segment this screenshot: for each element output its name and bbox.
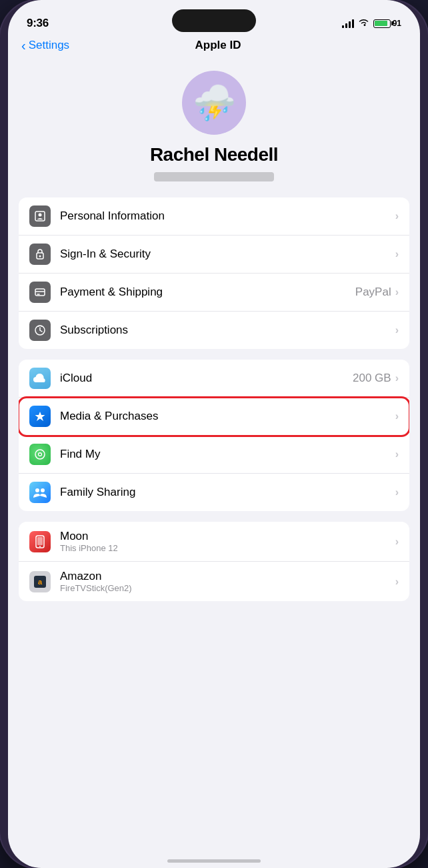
battery-percentage: 91: [393, 19, 401, 28]
media-purchases-label: Media & Purchases: [60, 410, 395, 423]
back-label: Settings: [29, 39, 69, 52]
signal-bar-1: [342, 25, 344, 28]
subscriptions-content: Subscriptions: [60, 324, 395, 337]
amazon-device-chevron: ›: [395, 576, 399, 588]
payment-shipping-row[interactable]: Payment & Shipping PayPal ›: [19, 274, 409, 312]
signal-bar-2: [345, 23, 347, 28]
amazon-device-row[interactable]: a Amazon FireTVStick(Gen2) ›: [19, 562, 409, 601]
signin-security-row[interactable]: Sign-In & Security ›: [19, 236, 409, 274]
profile-email-bar: [154, 172, 274, 181]
moon-device-content: Moon This iPhone 12: [60, 530, 395, 553]
findmy-row[interactable]: Find My ›: [19, 436, 409, 474]
payment-shipping-chevron: ›: [395, 286, 399, 298]
moon-device-subtitle: This iPhone 12: [60, 543, 395, 553]
personal-information-row[interactable]: Personal Information ›: [19, 197, 409, 236]
signal-bar-4: [352, 19, 354, 28]
amazon-device-label: Amazon: [60, 570, 395, 583]
account-settings-group: Personal Information › Sign-In & Se: [19, 197, 409, 349]
back-chevron-icon: ‹: [21, 39, 26, 52]
signin-security-content: Sign-In & Security: [60, 248, 395, 261]
payment-shipping-icon: [29, 282, 51, 303]
personal-information-content: Personal Information: [60, 209, 395, 223]
svg-rect-4: [35, 289, 45, 296]
wifi-icon: [358, 18, 369, 29]
profile-section: ⛈️ Rachel Needell: [8, 60, 420, 197]
personal-information-chevron: ›: [395, 210, 399, 222]
media-purchases-content: Media & Purchases: [60, 410, 395, 423]
family-sharing-row[interactable]: Family Sharing ›: [19, 474, 409, 511]
subscriptions-icon: [29, 320, 51, 341]
findmy-chevron: ›: [395, 448, 399, 460]
moon-device-label: Moon: [60, 530, 395, 543]
svg-point-1: [39, 213, 42, 217]
profile-name: Rachel Needell: [150, 144, 278, 165]
avatar[interactable]: ⛈️: [182, 71, 246, 135]
amazon-device-icon: a: [29, 571, 51, 592]
battery-container: 91: [373, 19, 401, 28]
findmy-label: Find My: [60, 448, 395, 461]
icloud-row[interactable]: iCloud 200 GB ›: [19, 360, 409, 398]
scroll-content: ⛈️ Rachel Needell: [8, 60, 420, 625]
phone-shell: 9:36: [0, 0, 428, 868]
subscriptions-row[interactable]: Subscriptions ›: [19, 312, 409, 349]
signal-bars-icon: [342, 19, 354, 28]
svg-point-10: [41, 488, 45, 492]
amazon-device-subtitle: FireTVStick(Gen2): [60, 583, 395, 593]
family-sharing-label: Family Sharing: [60, 486, 395, 499]
svg-point-8: [39, 454, 41, 456]
phone-screen: 9:36: [8, 0, 420, 868]
moon-device-chevron: ›: [395, 536, 399, 548]
icloud-label: iCloud: [60, 372, 353, 385]
svg-point-9: [35, 488, 39, 492]
moon-device-row[interactable]: Moon This iPhone 12 ›: [19, 522, 409, 562]
svg-point-13: [39, 546, 41, 547]
family-sharing-chevron: ›: [395, 486, 399, 498]
icloud-chevron: ›: [395, 372, 399, 384]
findmy-icon: [29, 444, 51, 465]
icloud-icon: [29, 368, 51, 389]
nav-bar: ‹ Settings Apple ID: [8, 36, 420, 60]
signin-security-label: Sign-In & Security: [60, 248, 395, 261]
icloud-content: iCloud: [60, 372, 353, 385]
personal-information-icon: [29, 205, 51, 227]
svg-rect-12: [37, 537, 43, 545]
family-sharing-content: Family Sharing: [60, 486, 395, 499]
home-indicator: [167, 859, 261, 863]
signal-bar-3: [349, 21, 351, 28]
devices-group: Moon This iPhone 12 › a Amazon: [19, 522, 409, 601]
battery-icon: [373, 19, 391, 28]
findmy-content: Find My: [60, 448, 395, 461]
svg-text:a: a: [38, 578, 43, 586]
payment-shipping-content: Payment & Shipping: [60, 286, 355, 299]
personal-information-label: Personal Information: [60, 209, 395, 223]
signin-security-icon: [29, 244, 51, 265]
subscriptions-label: Subscriptions: [60, 324, 395, 337]
battery-fill: [375, 21, 387, 26]
payment-shipping-value: PayPal: [355, 286, 391, 299]
subscriptions-chevron: ›: [395, 324, 399, 336]
media-purchases-chevron: ›: [395, 410, 399, 422]
back-button[interactable]: ‹ Settings: [21, 39, 69, 52]
icloud-value: 200 GB: [353, 372, 391, 385]
page-title: Apple ID: [69, 39, 367, 52]
media-purchases-icon: [29, 406, 51, 427]
amazon-device-content: Amazon FireTVStick(Gen2): [60, 570, 395, 593]
family-sharing-icon: [29, 482, 51, 503]
moon-device-icon: [29, 531, 51, 552]
status-time: 9:36: [27, 17, 49, 30]
svg-point-3: [39, 256, 41, 258]
signin-security-chevron: ›: [395, 248, 399, 260]
media-purchases-row[interactable]: Media & Purchases ›: [19, 398, 409, 436]
services-group: iCloud 200 GB › Media & Purchases: [19, 360, 409, 511]
dynamic-island: [172, 9, 256, 32]
status-icons: 91: [342, 18, 401, 29]
payment-shipping-label: Payment & Shipping: [60, 286, 355, 299]
